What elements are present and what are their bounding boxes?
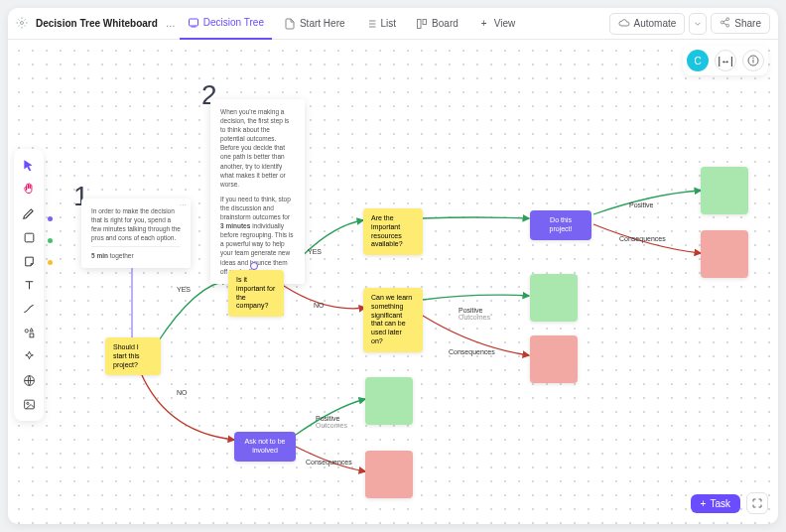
topbar: Decision Tree Whiteboard … Decision Tree… — [8, 8, 778, 40]
automate-dropdown[interactable] — [689, 13, 707, 35]
add-view-button[interactable]: + View — [470, 8, 524, 40]
svg-point-10 — [726, 18, 729, 21]
workspace-settings-icon[interactable] — [16, 17, 28, 31]
tab-decision-tree[interactable]: Decision Tree — [180, 8, 272, 40]
note-p1: When you're making a decision, the first… — [220, 107, 295, 189]
node-label: Do this project! — [550, 216, 573, 232]
fit-width-icon: |↔| — [718, 56, 732, 66]
node-ask-not[interactable]: Ask not to be involved — [234, 432, 296, 462]
node-learn[interactable]: Can we learn something significant that … — [363, 288, 423, 352]
pen-tool[interactable] — [17, 202, 41, 224]
svg-point-12 — [726, 24, 729, 27]
connector-handle[interactable] — [250, 262, 258, 270]
info-button[interactable] — [742, 50, 764, 71]
avatar-initial: C — [694, 56, 701, 66]
title-overflow: … — [166, 18, 176, 29]
image-tool[interactable] — [17, 393, 41, 415]
connector-tool[interactable] — [17, 298, 41, 320]
outcome-green-1[interactable] — [701, 167, 748, 214]
color-swatch-purple[interactable] — [48, 216, 53, 221]
node-label: Ask not to be involved — [245, 438, 286, 454]
note-drag-icon[interactable]: ⋯ — [180, 200, 187, 209]
edge-label-no: NO — [177, 389, 188, 396]
shapes-library-tool[interactable] — [17, 322, 41, 343]
tab-label: Board — [432, 18, 458, 29]
add-view-label: View — [494, 18, 516, 29]
ai-tool[interactable] — [17, 345, 41, 367]
node-start[interactable]: Should I start this project? — [105, 337, 161, 375]
plus-icon: + — [701, 498, 707, 509]
svg-point-17 — [753, 58, 754, 59]
whiteboard-icon — [188, 17, 199, 29]
svg-rect-9 — [423, 19, 427, 24]
note-footer: 5 min together — [91, 251, 181, 260]
color-swatch-green[interactable] — [48, 238, 53, 243]
edge-label-positive: PositiveOutcomes — [316, 415, 347, 429]
svg-rect-20 — [30, 333, 34, 337]
embed-tool[interactable] — [17, 369, 41, 391]
tab-board[interactable]: Board — [408, 8, 466, 40]
svg-point-23 — [26, 402, 28, 404]
svg-line-13 — [723, 20, 726, 22]
tab-start-here[interactable]: Start Here — [276, 8, 353, 40]
share-icon — [720, 17, 730, 30]
svg-rect-18 — [25, 233, 34, 242]
avatar[interactable]: C — [687, 50, 709, 71]
svg-point-0 — [21, 21, 24, 24]
outcome-green-3[interactable] — [365, 377, 413, 425]
sticky-tool[interactable] — [17, 250, 41, 272]
info-icon — [747, 55, 759, 66]
edge-label-consequences: Consequences — [449, 348, 495, 355]
edge-label-yes: YES — [308, 248, 322, 255]
svg-point-11 — [721, 21, 724, 24]
whiteboard-canvas[interactable]: C |↔| — [8, 40, 778, 524]
task-label: Task — [710, 498, 730, 509]
note-card-1[interactable]: ⋯ In order to make the decision that is … — [81, 199, 191, 268]
cloud-icon — [618, 17, 630, 31]
svg-point-19 — [25, 329, 28, 332]
edge-label-positive: Positive — [629, 201, 654, 208]
node-label: Should I start this project? — [113, 343, 139, 368]
outcome-red-2[interactable] — [530, 335, 578, 383]
text-tool[interactable] — [17, 274, 41, 296]
tab-label: List — [381, 18, 397, 29]
canvas-toolbar — [14, 149, 44, 421]
edge-label-no: NO — [314, 302, 325, 309]
fit-width-button[interactable]: |↔| — [715, 50, 736, 71]
edge-label-consequences: Consequences — [619, 235, 666, 242]
node-important[interactable]: Is it important for the company? — [228, 270, 284, 317]
automate-label: Automate — [634, 18, 677, 29]
svg-rect-1 — [189, 19, 197, 26]
outcome-red-3[interactable] — [365, 451, 413, 498]
node-do-this[interactable]: Do this project! — [530, 210, 591, 240]
node-resources[interactable]: Are the important resources available? — [363, 208, 423, 255]
plus-icon: + — [478, 18, 490, 30]
automate-button[interactable]: Automate — [609, 13, 686, 35]
node-label: Can we learn something significant that … — [371, 294, 412, 344]
page-title[interactable]: Decision Tree Whiteboard — [36, 18, 158, 29]
fullscreen-button[interactable] — [746, 492, 768, 514]
outcome-green-2[interactable] — [530, 274, 578, 322]
tab-label: Decision Tree — [203, 17, 264, 28]
share-button[interactable]: Share — [711, 13, 770, 34]
edge-label-yes: YES — [177, 286, 191, 293]
create-task-button[interactable]: + Task — [691, 494, 740, 513]
chevron-down-icon — [693, 19, 703, 29]
shape-tool[interactable] — [17, 226, 41, 248]
svg-line-14 — [723, 23, 726, 25]
edge-label-consequences: Consequences — [306, 459, 352, 466]
note-body: In order to make the decision that is ri… — [91, 206, 181, 242]
canvas-util-group: C |↔| — [683, 46, 768, 75]
note-card-2[interactable]: When you're making a decision, the first… — [210, 99, 305, 284]
bottom-right-group: + Task — [691, 492, 768, 514]
board-icon — [416, 18, 428, 30]
color-swatch-yellow[interactable] — [48, 260, 53, 265]
svg-rect-8 — [418, 19, 422, 28]
tab-list[interactable]: List — [357, 8, 405, 40]
outcome-red-1[interactable] — [701, 230, 748, 278]
share-label: Share — [734, 18, 761, 29]
cursor-tool[interactable] — [17, 155, 41, 177]
edge-label-positive: PositiveOutcomes — [458, 307, 490, 321]
app-frame: Decision Tree Whiteboard … Decision Tree… — [8, 8, 778, 524]
hand-tool[interactable] — [17, 179, 41, 200]
